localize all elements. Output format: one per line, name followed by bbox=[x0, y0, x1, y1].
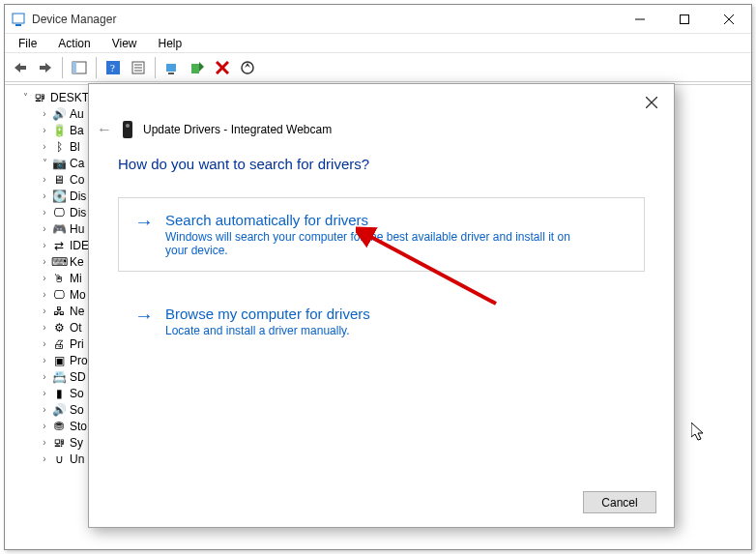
chevron-right-icon[interactable]: › bbox=[38, 404, 51, 415]
svg-rect-9 bbox=[40, 66, 45, 70]
device-category-icon: 🔋 bbox=[51, 123, 67, 138]
device-category-icon: 🖵 bbox=[51, 287, 67, 303]
device-category-icon: ⌨ bbox=[51, 254, 67, 270]
window-title: Device Manager bbox=[32, 13, 618, 26]
dialog-header: ← Update Drivers - Integrated Webcam bbox=[89, 84, 674, 127]
chevron-right-icon[interactable]: › bbox=[38, 190, 51, 201]
chevron-down-icon[interactable]: ˅ bbox=[38, 158, 51, 168]
device-category-icon: 🖵 bbox=[51, 205, 67, 220]
chevron-right-icon[interactable]: › bbox=[38, 322, 51, 333]
option-desc: Locate and install a driver manually. bbox=[165, 324, 370, 337]
enable-device-button[interactable] bbox=[186, 56, 209, 79]
chevron-down-icon[interactable]: ˅ bbox=[18, 92, 32, 102]
update-drivers-dialog: ← Update Drivers - Integrated Webcam How… bbox=[88, 83, 675, 528]
svg-marker-8 bbox=[45, 63, 51, 73]
device-category-icon: 💽 bbox=[51, 189, 67, 204]
device-category-icon: 🖥 bbox=[51, 172, 67, 188]
uninstall-device-button[interactable] bbox=[211, 56, 234, 79]
option-browse-computer[interactable]: → Browse my computer for drivers Locate … bbox=[118, 291, 645, 352]
dialog-heading: How do you want to search for drivers? bbox=[118, 156, 645, 172]
svg-rect-20 bbox=[191, 64, 199, 73]
chevron-right-icon[interactable]: › bbox=[38, 355, 51, 365]
properties-button[interactable] bbox=[127, 56, 150, 79]
nav-back-button[interactable] bbox=[9, 56, 32, 79]
help-button[interactable]: ? bbox=[102, 56, 125, 79]
tree-item-label: SD bbox=[70, 370, 86, 384]
maximize-button[interactable] bbox=[662, 5, 707, 34]
chevron-right-icon[interactable]: › bbox=[38, 240, 51, 250]
device-category-icon: ⚙ bbox=[51, 320, 67, 335]
chevron-right-icon[interactable]: › bbox=[38, 174, 51, 185]
device-category-icon: ∪ bbox=[51, 452, 67, 467]
arrow-right-icon: → bbox=[132, 306, 156, 337]
back-arrow-icon: ← bbox=[97, 121, 112, 138]
option-desc: Windows will search your computer for th… bbox=[165, 230, 591, 257]
tree-item-label: Ca bbox=[70, 157, 84, 170]
chevron-right-icon[interactable]: › bbox=[38, 421, 51, 431]
device-category-icon: ᛒ bbox=[51, 139, 67, 155]
device-category-icon: 🔊 bbox=[51, 106, 67, 122]
svg-rect-28 bbox=[123, 121, 132, 138]
chevron-right-icon[interactable]: › bbox=[38, 223, 51, 234]
close-button[interactable] bbox=[707, 5, 751, 34]
app-icon bbox=[11, 12, 26, 27]
tree-item-label: Sto bbox=[70, 420, 87, 433]
chevron-right-icon[interactable]: › bbox=[38, 388, 51, 398]
chevron-right-icon[interactable]: › bbox=[38, 338, 51, 349]
menu-action[interactable]: Action bbox=[48, 36, 100, 51]
window-controls bbox=[618, 5, 751, 34]
device-category-icon: 🖧 bbox=[51, 304, 67, 319]
tree-item-label: So bbox=[70, 403, 84, 417]
svg-rect-7 bbox=[20, 66, 26, 70]
tree-item-label: Ke bbox=[70, 255, 84, 269]
chevron-right-icon[interactable]: › bbox=[38, 141, 51, 152]
tree-item-label: Pri bbox=[70, 337, 84, 351]
tree-item-label: So bbox=[70, 387, 84, 400]
option-title: Search automatically for drivers bbox=[165, 212, 591, 228]
svg-point-29 bbox=[126, 124, 130, 128]
show-hide-tree-button[interactable] bbox=[68, 56, 91, 79]
chevron-right-icon[interactable]: › bbox=[38, 256, 51, 267]
menubar: File Action View Help bbox=[5, 34, 751, 53]
tree-root-label: DESKT bbox=[50, 91, 89, 104]
tree-item-label: Pro bbox=[70, 354, 88, 367]
chevron-right-icon[interactable]: › bbox=[38, 108, 51, 119]
minimize-button[interactable] bbox=[618, 5, 662, 34]
chevron-right-icon[interactable]: › bbox=[38, 306, 51, 316]
scan-hardware-button[interactable] bbox=[236, 56, 259, 79]
chevron-right-icon[interactable]: › bbox=[38, 453, 51, 464]
dialog-close-button[interactable] bbox=[635, 90, 668, 115]
nav-forward-button[interactable] bbox=[34, 56, 57, 79]
menu-help[interactable]: Help bbox=[149, 36, 192, 51]
chevron-right-icon[interactable]: › bbox=[38, 125, 51, 135]
menu-view[interactable]: View bbox=[102, 36, 147, 51]
chevron-right-icon[interactable]: › bbox=[38, 289, 51, 300]
menu-file[interactable]: File bbox=[9, 36, 46, 51]
device-category-icon: ▣ bbox=[51, 353, 67, 368]
cancel-button[interactable]: Cancel bbox=[583, 491, 656, 513]
tree-item-label: Un bbox=[70, 452, 84, 466]
tree-item-label: Mo bbox=[70, 288, 86, 302]
option-search-automatically[interactable]: → Search automatically for drivers Windo… bbox=[118, 197, 645, 272]
device-category-icon: ⛃ bbox=[51, 419, 67, 434]
chevron-right-icon[interactable]: › bbox=[38, 371, 51, 382]
device-category-icon: 🖨 bbox=[51, 336, 67, 352]
option-title: Browse my computer for drivers bbox=[165, 306, 370, 322]
device-category-icon: ▮ bbox=[51, 386, 67, 401]
tree-item-label: Au bbox=[70, 107, 84, 121]
svg-rect-3 bbox=[681, 15, 689, 23]
update-driver-button[interactable] bbox=[160, 56, 184, 79]
svg-marker-21 bbox=[199, 62, 204, 72]
titlebar[interactable]: Device Manager bbox=[5, 5, 751, 34]
svg-marker-25 bbox=[245, 63, 250, 68]
device-category-icon: 🖳 bbox=[51, 435, 67, 451]
chevron-right-icon[interactable]: › bbox=[38, 437, 51, 448]
device-category-icon: 📷 bbox=[51, 156, 67, 171]
svg-rect-1 bbox=[15, 24, 21, 26]
chevron-right-icon[interactable]: › bbox=[38, 207, 51, 218]
tree-item-label: Co bbox=[70, 173, 84, 187]
toolbar: ? bbox=[5, 53, 751, 82]
device-category-icon: 🎮 bbox=[51, 221, 67, 237]
device-category-icon: 🔊 bbox=[51, 402, 67, 418]
chevron-right-icon[interactable]: › bbox=[38, 273, 51, 283]
